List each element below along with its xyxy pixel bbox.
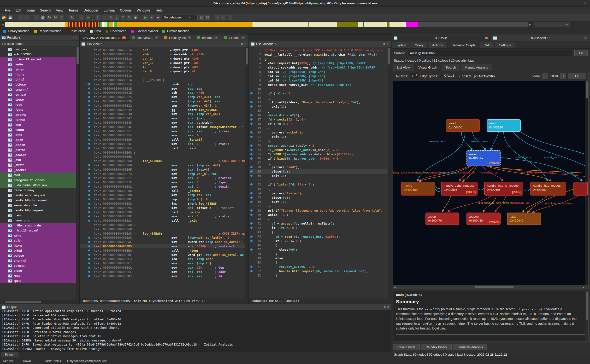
output-header[interactable]: Output ⧉ ✕ (0, 304, 391, 310)
pseudocode-line[interactable]: 50 { (249, 260, 391, 265)
disasm-line[interactable]: .text:0000000000400B7C mov esi, 1 ; type (80, 180, 248, 184)
lumina-icon[interactable]: ● (85, 15, 91, 20)
disasm-line[interactable]: .text:0000000000400B1A var_10 = dword pt… (80, 61, 248, 65)
disasm-line[interactable]: .text:0000000000400B1A buf = byte ptr -4… (80, 48, 248, 52)
menu-search[interactable]: Search (38, 7, 53, 13)
breakpoint-dot-icon[interactable] (88, 267, 90, 269)
function-list-item[interactable]: fhandle_http_request (0, 208, 79, 213)
pseudocode-line[interactable]: 28 perror("bind"); (249, 165, 391, 169)
disasm-line[interactable]: .text:0000000000400BA8 ; ---------------… (80, 223, 248, 227)
breakpoint-dot-icon[interactable] (250, 153, 252, 155)
function-list-item[interactable]: f_htons (0, 72, 79, 77)
close-icon[interactable]: ✕ (244, 42, 246, 46)
disasm-line[interactable]: .text:0000000000400B63 call _exit (80, 146, 248, 150)
pseudocode-line[interactable]: 49 else (249, 256, 391, 260)
breakpoint-dot-icon[interactable] (88, 220, 90, 222)
forward-icon[interactable]: → (24, 15, 29, 20)
pseudocode-line[interactable]: 48 } (249, 252, 391, 256)
restore-icon[interactable]: ▫ (381, 42, 382, 46)
disasm-line[interactable]: .text:0000000000400B59 call _fprintf (80, 137, 248, 142)
menu-debugger[interactable]: Debugger (81, 7, 101, 13)
pseudocode-line[interactable]: 9 const char *serve_dir; // [rsp+438h] [… (249, 83, 391, 87)
function-list-item[interactable]: f_open (0, 137, 79, 142)
current-function-input[interactable] (408, 50, 572, 56)
function-list-item[interactable]: f_stat (0, 122, 79, 127)
pseudocode-line[interactable]: 34 perror("listen"); (249, 191, 391, 195)
close-icon[interactable]: ✕ (387, 42, 389, 46)
breakpoint-dot-icon[interactable] (88, 100, 90, 102)
disasm-line[interactable]: .text:0000000000400BC3 lea rcx, [rbp+add… (80, 257, 248, 261)
function-list-item[interactable]: f_init_proc (0, 47, 79, 52)
function-list-item[interactable]: f__libc_start_main (0, 223, 79, 228)
function-list-item[interactable]: fhtons (0, 243, 79, 248)
zoom-in-button[interactable]: + (561, 73, 566, 79)
disasm-line[interactable]: .text:0000000000400BBF mov word ptr [rbp… (80, 253, 248, 257)
disasm-line[interactable]: .text:0000000000400B1A (80, 74, 248, 78)
function-list-item[interactable]: f_bind (0, 132, 79, 137)
functions-panel-header[interactable]: f Functions ▫ ⧉ ✕ (0, 34, 79, 41)
tab-semantic-graph[interactable]: Semantic Graph (447, 42, 479, 48)
disasm-line[interactable]: .text:0000000000400BB5 mov edi, 1F90h ; … (80, 244, 248, 248)
pseudocode-line[interactable]: 14 exit(1); (249, 104, 391, 109)
tab-local-types[interactable]: Local Types✕ (161, 34, 194, 41)
function-list-item[interactable]: fpclose (0, 253, 79, 258)
function-list-item[interactable]: f_strlen (0, 67, 79, 72)
disasm-line[interactable]: .text:0000000000400B32 cmp [rbp+var_434]… (80, 103, 248, 108)
breakpoint-dot-icon[interactable] (88, 241, 90, 243)
breakpoint-dot-icon[interactable] (88, 147, 90, 149)
pseudocode-line[interactable]: 6 int v5; // [rsp+42Ch] [rbp-14h] (249, 70, 391, 74)
function-list-item[interactable]: f_strstr (0, 162, 79, 168)
breakpoint-dot-icon[interactable] (250, 131, 252, 133)
navband-left-chevron[interactable]: ◀ (2, 23, 4, 26)
pseudocode-line[interactable]: 46 { (249, 243, 391, 247)
breakpoint-dot-icon[interactable] (250, 144, 252, 147)
breakpoint-dot-icon[interactable] (88, 139, 90, 141)
pseudocode-line[interactable]: 2void __fastcall __noreturn main(int a1,… (249, 52, 391, 57)
tab-query[interactable]: Query (411, 42, 428, 48)
breakpoint-dot-icon[interactable] (250, 136, 252, 138)
restore-icon[interactable]: ▫ (239, 42, 240, 46)
maximize-icon[interactable]: ⧉ (383, 42, 385, 46)
navband-filter-button[interactable]: ▼ (534, 22, 570, 27)
disasm-line[interactable]: ▾.text:0000000000400B1A push rbp (80, 82, 248, 86)
function-list-item[interactable]: f_exit (0, 157, 79, 162)
breakpoint-dot-icon[interactable] (250, 114, 252, 116)
braces-icon[interactable]: {} (108, 15, 113, 20)
navband-right-chevron[interactable]: ▶ (529, 23, 531, 26)
semantic-analysis-button[interactable]: Semantic Analysis (453, 344, 488, 350)
pseudocode-line[interactable]: 11 if ( a1 <= 1 ) (249, 91, 391, 96)
attach-icon[interactable]: 🇨 (199, 15, 204, 20)
breakpoint-dot-icon[interactable] (88, 113, 90, 115)
breakpoint-dot-icon[interactable] (250, 235, 252, 238)
function-list-item[interactable]: fstrncat (0, 263, 79, 268)
pause-icon[interactable]: ⏸ (149, 15, 154, 20)
checkbox-icon[interactable] (474, 75, 478, 78)
reset-graph-button[interactable]: Reset Graph (393, 344, 420, 350)
function-list-item[interactable]: f_term_proc (0, 218, 79, 223)
breakpoint-dot-icon[interactable] (250, 175, 252, 177)
graph-hscrollbar[interactable]: ◀▶ (393, 286, 588, 289)
breakpoint-dot-icon[interactable] (250, 227, 252, 229)
disasm-line[interactable]: .text:0000000000400B68 loc_400B68: ; COD… (80, 159, 248, 163)
disasm-line[interactable]: .text:0000000000400BC7 mov eax, [rbp+fd] (80, 261, 248, 266)
graph-node-handle_echo_request[interactable]: handle_echo_request0x4005c6[VULN] (441, 182, 477, 195)
breakpoint-dot-icon[interactable] (88, 109, 90, 111)
tab-settings[interactable]: Settings (495, 42, 515, 48)
pseudocode-line[interactable]: 22 } (249, 139, 391, 143)
breakpoint-dot-icon[interactable] (88, 164, 90, 166)
pseudocode-line[interactable]: 36 exit(1); (249, 200, 391, 204)
graph-node-main[interactable]: main0x400b1a[VULN] (466, 150, 501, 166)
pseudocode-line[interactable]: 7 int v6; // [rsp+430h] [rbp-10h] (249, 74, 391, 78)
disasm-line[interactable]: .text:0000000000400BCA mov edx, 10h ; le… (80, 266, 248, 270)
tab-python[interactable]: Python (1, 352, 19, 357)
function-list-item[interactable]: fhandle_echo_request (0, 193, 79, 198)
breakpoint-dot-icon[interactable] (250, 240, 252, 242)
disasm-line[interactable]: .text:0000000000400B4C mov esi, offset a… (80, 125, 248, 129)
pseudocode-line[interactable]: 35 close(fd); (249, 195, 391, 200)
breakpoint-dot-icon[interactable] (88, 126, 90, 128)
tab-exports[interactable]: Exports✕ (221, 34, 248, 41)
tab-hex-view-1[interactable]: Hex View-1✕ (129, 34, 161, 41)
breakpoint-dot-icon[interactable] (88, 117, 90, 119)
breakpoint-dot-icon[interactable] (250, 222, 252, 225)
edge-type-network[interactable]: NETWORK (474, 75, 496, 78)
